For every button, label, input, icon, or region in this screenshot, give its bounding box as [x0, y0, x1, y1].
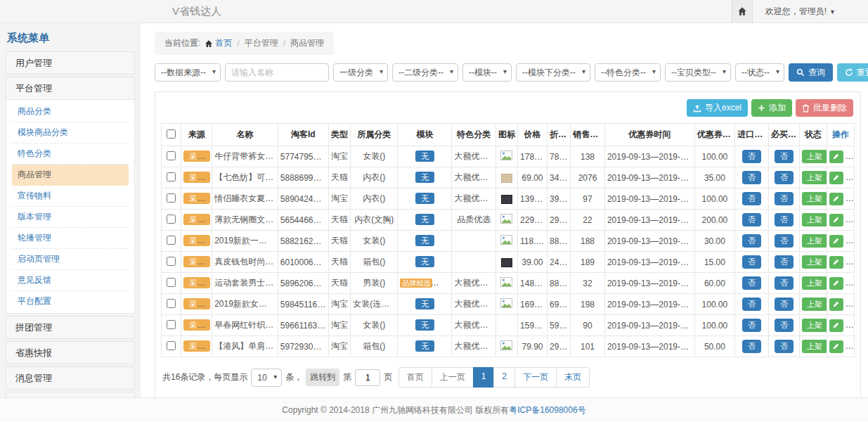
source-badge[interactable]: 采集	[183, 277, 210, 288]
must-buy-toggle[interactable]: 否	[775, 213, 793, 226]
sidebar-item-saving-express[interactable]: 省惠快报	[6, 341, 135, 364]
row-checkbox[interactable]	[167, 151, 176, 160]
edit-button[interactable]	[829, 256, 843, 269]
row-checkbox[interactable]	[167, 257, 176, 266]
sidebar-item-order-management[interactable]: 订单管理	[6, 392, 135, 397]
source-badge[interactable]: 采集	[183, 319, 210, 331]
edit-button[interactable]	[829, 235, 843, 248]
reset-button[interactable]: 重置	[837, 63, 868, 82]
page-button-上一页[interactable]: 上一页	[432, 367, 474, 388]
source-badge[interactable]: 采集	[183, 340, 210, 352]
import-select-toggle[interactable]: 否	[742, 150, 761, 163]
status-toggle[interactable]: 上架	[802, 213, 827, 226]
page-button-末页[interactable]: 末页	[556, 367, 590, 388]
import-select-toggle[interactable]: 否	[742, 213, 761, 226]
status-toggle[interactable]: 上架	[802, 171, 827, 184]
status-toggle[interactable]: 上架	[802, 234, 827, 248]
must-buy-toggle[interactable]: 否	[775, 150, 793, 163]
edit-button[interactable]	[829, 214, 843, 226]
select-all-checkbox[interactable]	[167, 129, 176, 139]
edit-button[interactable]	[829, 151, 843, 163]
import-select-toggle[interactable]: 否	[742, 171, 761, 184]
import-select-toggle[interactable]: 否	[742, 234, 761, 248]
must-buy-toggle[interactable]: 否	[775, 298, 793, 311]
sidebar-subitem-goods-category[interactable]: 商品分类	[12, 101, 129, 122]
import-select-toggle[interactable]: 否	[742, 192, 761, 205]
breadcrumb-home-link[interactable]: 首页	[215, 37, 232, 49]
sidebar-subitem-promo-material[interactable]: 宣传物料	[12, 186, 129, 207]
sidebar-subitem-carousel-management[interactable]: 轮播管理	[12, 228, 129, 249]
status-toggle[interactable]: 上架	[802, 340, 827, 353]
feature-category-select[interactable]: --特色分类--	[595, 63, 661, 82]
source-badge[interactable]: 采集	[183, 172, 210, 183]
row-checkbox[interactable]	[167, 193, 176, 203]
edit-button[interactable]	[829, 277, 843, 290]
must-buy-toggle[interactable]: 否	[775, 340, 793, 353]
status-toggle[interactable]: 上架	[802, 255, 827, 269]
level1-category-select[interactable]: 一级分类	[333, 63, 388, 82]
row-checkbox[interactable]	[167, 341, 176, 350]
per-page-select[interactable]: 10	[251, 369, 282, 387]
page-button-2[interactable]: 2	[493, 367, 515, 388]
sidebar-subitem-platform-config[interactable]: 平台配置	[12, 291, 129, 312]
row-checkbox[interactable]	[167, 172, 176, 181]
sidebar-subitem-feature-category[interactable]: 特色分类	[12, 143, 129, 165]
row-checkbox[interactable]	[167, 278, 176, 287]
edit-button[interactable]	[829, 193, 843, 205]
page-button-首页[interactable]: 首页	[399, 367, 432, 388]
source-badge[interactable]: 采集	[183, 235, 210, 246]
search-button[interactable]: 查询	[789, 63, 833, 82]
edit-button[interactable]	[829, 319, 843, 332]
source-badge[interactable]: 采集	[183, 214, 210, 225]
source-badge[interactable]: 采集	[183, 256, 210, 267]
name-input[interactable]	[225, 63, 329, 82]
item-type-select[interactable]: --宝贝类型--	[665, 63, 731, 82]
home-button[interactable]	[732, 0, 753, 23]
must-buy-toggle[interactable]: 否	[775, 234, 793, 248]
status-toggle[interactable]: 上架	[802, 298, 827, 311]
level2-category-select[interactable]: --二级分类--	[392, 63, 458, 82]
icp-link[interactable]: 粤ICP备16098006号	[509, 404, 585, 416]
import-select-toggle[interactable]: 否	[742, 298, 761, 311]
module-select[interactable]: --模块--	[462, 63, 512, 82]
must-buy-toggle[interactable]: 否	[775, 255, 793, 269]
source-badge[interactable]: 采集	[183, 298, 210, 309]
edit-button[interactable]	[829, 340, 843, 353]
must-buy-toggle[interactable]: 否	[775, 319, 793, 332]
module-subcategory-select[interactable]: --模块下分类--	[516, 63, 590, 82]
add-button[interactable]: 添加	[751, 99, 792, 117]
row-checkbox[interactable]	[167, 215, 176, 224]
must-buy-toggle[interactable]: 否	[775, 276, 793, 290]
status-toggle[interactable]: 上架	[802, 276, 827, 290]
status-toggle[interactable]: 上架	[802, 150, 827, 163]
import-select-toggle[interactable]: 否	[742, 340, 761, 353]
status-toggle[interactable]: 上架	[802, 192, 827, 205]
sidebar-item-platform-management[interactable]: 平台管理	[6, 77, 135, 100]
data-source-select[interactable]: --数据来源--	[155, 63, 221, 82]
import-select-toggle[interactable]: 否	[742, 255, 761, 269]
edit-button[interactable]	[829, 172, 843, 184]
source-badge[interactable]: 采集	[183, 151, 210, 162]
row-checkbox[interactable]	[167, 236, 176, 245]
sidebar-item-groupbuy-management[interactable]: 拼团管理	[6, 316, 135, 339]
jump-button[interactable]: 跳转到	[306, 369, 339, 386]
must-buy-toggle[interactable]: 否	[775, 192, 793, 205]
import-select-toggle[interactable]: 否	[742, 319, 761, 332]
page-number-input[interactable]	[355, 369, 380, 386]
edit-button[interactable]	[829, 298, 843, 311]
import-select-toggle[interactable]: 否	[742, 276, 761, 290]
sidebar-item-message-management[interactable]: 消息管理	[6, 366, 135, 390]
status-toggle[interactable]: 上架	[802, 319, 827, 332]
sidebar-item-user-management[interactable]: 用户管理	[6, 51, 135, 75]
sidebar-subitem-goods-management[interactable]: 商品管理	[12, 165, 129, 186]
must-buy-toggle[interactable]: 否	[775, 171, 793, 184]
sidebar-subitem-feedback[interactable]: 意见反馈	[12, 270, 129, 291]
row-checkbox[interactable]	[167, 299, 176, 308]
sidebar-subitem-module-goods-category[interactable]: 模块商品分类	[12, 122, 129, 143]
user-menu[interactable]: 欢迎您，管理员!▼	[765, 6, 836, 18]
sidebar-subitem-version-management[interactable]: 版本管理	[12, 207, 129, 228]
page-button-下一页[interactable]: 下一页	[514, 367, 557, 388]
source-badge[interactable]: 采集	[183, 193, 210, 204]
page-button-1[interactable]: 1	[473, 367, 495, 388]
sidebar-subitem-splash-management[interactable]: 启动页管理	[12, 249, 129, 270]
